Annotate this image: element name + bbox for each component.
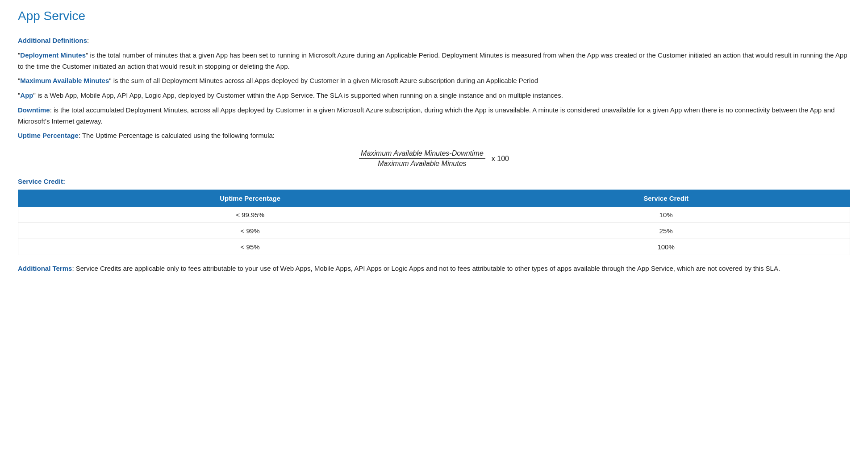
maximum-available-minutes-term: Maximum Available Minutes bbox=[20, 77, 109, 84]
downtime-label: Downtime bbox=[18, 106, 50, 114]
app-definition: "App" is a Web App, Mobile App, API App,… bbox=[18, 90, 850, 101]
deployment-minutes-term: Deployment Minutes bbox=[20, 51, 86, 59]
uptime-percentage-label: Uptime Percentage bbox=[18, 132, 79, 139]
service-credit-cell: 10% bbox=[482, 207, 850, 223]
additional-terms-text: : Service Credits are applicable only to… bbox=[72, 265, 780, 272]
formula-section: Maximum Available Minutes-Downtime Maxim… bbox=[18, 149, 850, 168]
service-credit-heading: Service Credit: bbox=[18, 178, 850, 185]
additional-definitions-heading: Additional Definitions bbox=[18, 37, 87, 44]
formula-container: Maximum Available Minutes-Downtime Maxim… bbox=[359, 149, 509, 168]
table-row: < 95%100% bbox=[18, 239, 850, 255]
formula-multiplier: x 100 bbox=[492, 155, 509, 163]
uptime-percentage-column-header: Uptime Percentage bbox=[18, 190, 482, 207]
page-title: App Service bbox=[18, 9, 850, 27]
table-row: < 99%25% bbox=[18, 223, 850, 239]
additional-terms-section: Additional Terms: Service Credits are ap… bbox=[18, 263, 850, 274]
service-credit-column-header: Service Credit bbox=[482, 190, 850, 207]
additional-terms-label: Additional Terms bbox=[18, 265, 72, 272]
uptime-percentage-cell: < 99.95% bbox=[18, 207, 482, 223]
table-header-row: Uptime Percentage Service Credit bbox=[18, 190, 850, 207]
service-credit-cell: 25% bbox=[482, 223, 850, 239]
downtime-definition: Downtime: is the total accumulated Deplo… bbox=[18, 105, 850, 127]
definitions-section: Additional Definitions: "Deployment Minu… bbox=[18, 35, 850, 141]
app-term: App bbox=[20, 91, 33, 99]
service-credit-table: Uptime Percentage Service Credit < 99.95… bbox=[18, 190, 850, 255]
formula-numerator: Maximum Available Minutes-Downtime bbox=[359, 149, 485, 159]
maximum-available-minutes-definition: "Maximum Available Minutes" is the sum o… bbox=[18, 75, 850, 87]
fraction: Maximum Available Minutes-Downtime Maxim… bbox=[359, 149, 485, 168]
service-credit-section: Service Credit: Uptime Percentage Servic… bbox=[18, 178, 850, 255]
uptime-percentage-cell: < 99% bbox=[18, 223, 482, 239]
table-row: < 99.95%10% bbox=[18, 207, 850, 223]
uptime-percentage-intro: Uptime Percentage: The Uptime Percentage… bbox=[18, 130, 850, 141]
service-credit-cell: 100% bbox=[482, 239, 850, 255]
deployment-minutes-definition: "Deployment Minutes" is the total number… bbox=[18, 50, 850, 72]
additional-terms-paragraph: Additional Terms: Service Credits are ap… bbox=[18, 263, 850, 274]
formula-denominator: Maximum Available Minutes bbox=[376, 159, 468, 168]
uptime-percentage-cell: < 95% bbox=[18, 239, 482, 255]
